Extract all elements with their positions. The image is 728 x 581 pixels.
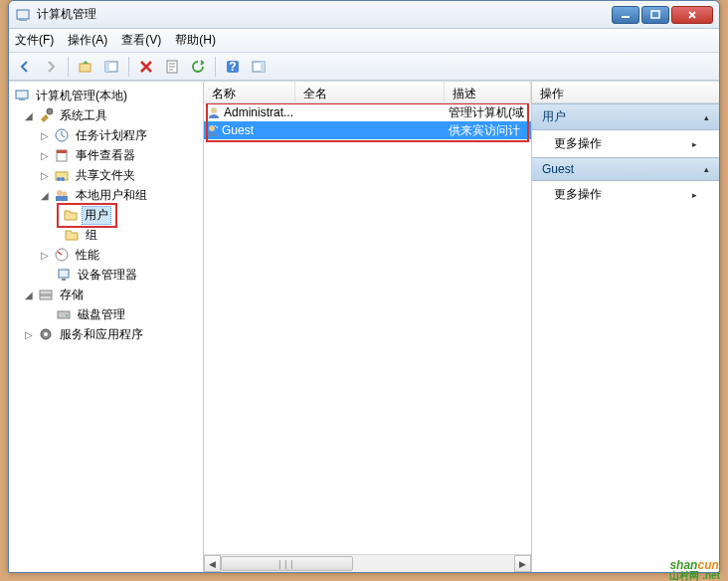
list-row-admin[interactable]: Administrat... 管理计算机(域: [204, 103, 531, 121]
tree-tasksched[interactable]: ▷ 任务计划程序: [9, 125, 203, 145]
show-hide-tree-button[interactable]: [99, 56, 123, 78]
refresh-button[interactable]: [186, 56, 210, 78]
menubar: 文件(F) 操作(A) 查看(V) 帮助(H): [9, 29, 719, 53]
delete-button[interactable]: [134, 56, 158, 78]
separator: [128, 57, 129, 77]
collapse-icon[interactable]: ◢: [39, 190, 51, 201]
action-more-1[interactable]: 更多操作 ▸: [532, 130, 719, 157]
disk-icon: [56, 306, 72, 322]
storage-icon: [38, 287, 54, 302]
folder-icon: [64, 227, 80, 243]
expand-icon[interactable]: ▷: [23, 329, 35, 340]
svg-rect-2: [622, 16, 630, 18]
svg-rect-0: [17, 10, 29, 19]
scroll-track[interactable]: ∣∣∣: [221, 555, 514, 572]
expand-icon[interactable]: ▷: [39, 130, 51, 141]
svg-point-19: [57, 177, 61, 181]
computer-icon: [14, 88, 30, 103]
tree-storage[interactable]: ◢ 存储: [9, 285, 203, 304]
titlebar[interactable]: 计算机管理: [9, 1, 719, 29]
device-icon: [56, 267, 72, 283]
column-fullname[interactable]: 全名: [295, 82, 445, 102]
action-pane-button[interactable]: [247, 56, 271, 78]
close-button[interactable]: [671, 6, 713, 24]
list-row-guest[interactable]: Guest 供来宾访问计: [204, 121, 531, 139]
menu-help[interactable]: 帮助(H): [175, 32, 216, 49]
column-desc[interactable]: 描述: [445, 82, 531, 102]
actions-header: 操作: [532, 82, 719, 103]
minimize-button[interactable]: [612, 6, 639, 24]
tree-users[interactable]: 用户: [9, 205, 203, 225]
svg-point-22: [63, 192, 68, 197]
list-pane: 名称 全名 描述 Administrat... 管理计算机(域 Guest 供来…: [204, 82, 532, 572]
forward-button[interactable]: [39, 56, 63, 78]
highlight-box: 用户: [57, 203, 117, 228]
expand-icon[interactable]: ▷: [39, 150, 51, 161]
properties-button[interactable]: [160, 56, 184, 78]
svg-rect-13: [19, 98, 25, 100]
mmc-window: 计算机管理 文件(F) 操作(A) 查看(V) 帮助(H) ? 计算机管理(本地…: [8, 0, 720, 573]
event-icon: [54, 147, 70, 163]
maximize-button[interactable]: [641, 6, 669, 24]
separator: [68, 57, 69, 77]
tools-icon: [38, 107, 54, 123]
tree-diskmgmt[interactable]: 磁盘管理: [9, 304, 203, 324]
up-button[interactable]: [74, 56, 97, 78]
clock-icon: [54, 127, 70, 143]
action-more-2[interactable]: 更多操作 ▸: [532, 181, 719, 208]
svg-rect-27: [40, 295, 52, 299]
action-group-guest[interactable]: Guest ▴: [532, 157, 719, 181]
collapse-icon[interactable]: ◢: [23, 110, 35, 121]
users-group-icon: [54, 187, 70, 203]
svg-point-29: [66, 314, 68, 316]
svg-point-14: [47, 108, 53, 114]
app-icon: [15, 7, 31, 23]
tree-shared[interactable]: ▷ 共享文件夹: [9, 165, 203, 185]
back-button[interactable]: [13, 56, 37, 78]
svg-point-33: [209, 125, 215, 131]
scroll-right-button[interactable]: ▶: [514, 555, 531, 572]
collapse-icon: ▴: [704, 112, 709, 122]
help-button[interactable]: ?: [221, 56, 245, 78]
horizontal-scrollbar[interactable]: ◀ ∣∣∣ ▶: [204, 554, 531, 572]
svg-point-32: [211, 107, 217, 113]
menu-action[interactable]: 操作(A): [68, 32, 107, 49]
separator: [215, 57, 216, 77]
collapse-icon[interactable]: ◢: [23, 290, 35, 300]
expand-icon[interactable]: ▷: [39, 250, 51, 261]
content-area: 计算机管理(本地) ◢ 系统工具 ▷ 任务计划程序 ▷ 事件查看器 ▷ 共享文件…: [9, 81, 719, 572]
submenu-icon: ▸: [692, 190, 697, 200]
svg-point-31: [44, 332, 48, 336]
tree-systools[interactable]: ◢ 系统工具: [9, 105, 203, 125]
scroll-left-button[interactable]: ◀: [204, 555, 221, 572]
expand-icon[interactable]: ▷: [39, 170, 51, 181]
svg-rect-25: [59, 270, 69, 278]
shared-folder-icon: [54, 167, 70, 183]
tree-eventview[interactable]: ▷ 事件查看器: [9, 145, 203, 165]
svg-rect-1: [19, 19, 27, 21]
svg-rect-4: [80, 64, 91, 72]
tree-root[interactable]: 计算机管理(本地): [9, 86, 203, 105]
tree-groups[interactable]: 组: [9, 225, 203, 245]
action-group-users[interactable]: 用户 ▴: [532, 103, 719, 130]
tree-pane[interactable]: 计算机管理(本地) ◢ 系统工具 ▷ 任务计划程序 ▷ 事件查看器 ▷ 共享文件…: [9, 82, 204, 572]
tree-devmgr[interactable]: 设备管理器: [9, 265, 203, 285]
column-name[interactable]: 名称: [204, 82, 295, 102]
scroll-thumb[interactable]: ∣∣∣: [221, 556, 353, 571]
performance-icon: [54, 247, 70, 263]
menu-view[interactable]: 查看(V): [121, 32, 161, 49]
tree-services[interactable]: ▷ 服务和应用程序: [9, 324, 203, 344]
window-title: 计算机管理: [37, 6, 612, 23]
actions-pane: 操作 用户 ▴ 更多操作 ▸ Guest ▴ 更多操作 ▸: [532, 82, 719, 572]
svg-rect-12: [16, 91, 28, 98]
list-body[interactable]: Administrat... 管理计算机(域 Guest 供来宾访问计: [204, 103, 531, 554]
tree-perf[interactable]: ▷ 性能: [9, 245, 203, 265]
toolbar: ?: [9, 53, 719, 81]
svg-rect-6: [105, 62, 109, 72]
services-icon: [38, 326, 54, 342]
collapse-icon: ▴: [704, 164, 709, 174]
watermark: shancun 山村网 .net: [669, 549, 720, 579]
svg-point-20: [61, 177, 65, 181]
svg-rect-26: [40, 290, 52, 294]
menu-file[interactable]: 文件(F): [15, 32, 54, 49]
